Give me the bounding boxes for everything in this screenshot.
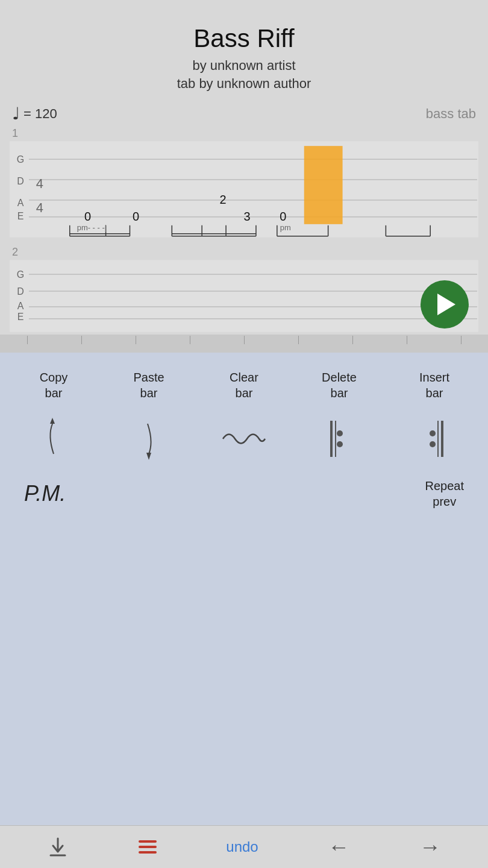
tick-4	[163, 336, 217, 344]
bottom-nav: undo ← →	[0, 825, 488, 868]
back-arrow-icon: ←	[328, 834, 349, 860]
bend-up-icon	[36, 418, 72, 460]
a-string-label-2: A	[17, 301, 24, 311]
download-button[interactable]	[47, 836, 69, 858]
copy-bar-button[interactable]: Copybar	[6, 365, 101, 406]
svg-point-6	[337, 430, 343, 436]
play-button[interactable]	[421, 280, 469, 329]
forward-arrow-icon: →	[419, 834, 441, 860]
clear-bar-button[interactable]: Clearbar	[196, 365, 292, 406]
vibrato-button[interactable]	[196, 427, 292, 451]
tick-9	[434, 336, 488, 344]
tick-7	[325, 336, 380, 344]
vibrato-icon	[220, 427, 268, 451]
note-e-3: 3	[243, 210, 250, 223]
tick-6	[271, 336, 325, 344]
time-sig-top: 4	[36, 176, 43, 191]
action-row: Copybar Pastebar Clearbar Deletebar Inse…	[0, 359, 488, 408]
bottom-panel: Copybar Pastebar Clearbar Deletebar Inse…	[0, 353, 488, 868]
repeat-prev-button[interactable]: Repeatprev	[413, 472, 477, 515]
e-string-label: E	[17, 211, 24, 221]
note-e-0-3: 0	[280, 210, 286, 223]
song-tab-author: tab by unknown author	[12, 76, 476, 92]
bar2-staff[interactable]: G D A E	[10, 260, 478, 332]
svg-point-11	[430, 441, 436, 447]
bar-repeat-start-button[interactable]	[292, 418, 387, 460]
bar1-staff[interactable]: G D A E 4 4 0 0 2 3 0	[10, 141, 478, 237]
insert-bar-button[interactable]: Insertbar	[387, 365, 482, 406]
bar2-number: 2	[10, 246, 478, 259]
tick-row	[0, 335, 488, 353]
tempo-value: = 120	[23, 106, 57, 122]
svg-point-7	[337, 441, 343, 447]
bar1-number: 1	[10, 127, 478, 140]
hamburger-line-2	[139, 846, 157, 848]
undo-button[interactable]: undo	[226, 838, 258, 855]
tempo-label: ♩ = 120	[12, 104, 57, 124]
bass-tab-label: bass tab	[426, 106, 476, 122]
delete-bar-button[interactable]: Deletebar	[292, 365, 387, 406]
bar-repeat-end-button[interactable]	[387, 418, 482, 460]
song-artist: by unknown artist	[12, 58, 476, 74]
header-section: Bass Riff by unknown artist tab by unkno…	[0, 0, 488, 98]
tick-5	[217, 336, 271, 344]
symbol-row	[0, 408, 488, 466]
tab-area: ♩ = 120 bass tab 1 G D A E 4 4	[0, 98, 488, 335]
a-string-label: A	[17, 198, 24, 208]
svg-rect-9	[437, 421, 439, 457]
hamburger-line-1	[139, 840, 157, 843]
bar1: G D A E 4 4 0 0 2 3 0	[10, 141, 478, 240]
note-e-0-1: 0	[84, 210, 91, 223]
bar-repeat-start-icon	[324, 418, 354, 460]
pm-marker-1: pm- - - -|	[77, 223, 107, 232]
paste-bar-button[interactable]: Pastebar	[101, 365, 196, 406]
g-string-label-2: G	[17, 269, 24, 280]
bend-down-icon	[131, 418, 167, 460]
tick-8	[380, 336, 434, 344]
download-icon	[47, 836, 69, 858]
e-string-label-2: E	[17, 312, 24, 322]
pm-button[interactable]: P.M.	[12, 475, 78, 512]
tick-1	[0, 336, 54, 344]
bend-up-button[interactable]	[6, 418, 101, 460]
menu-button[interactable]	[139, 840, 157, 854]
time-sig-bottom: 4	[36, 200, 43, 215]
song-title: Bass Riff	[12, 24, 476, 53]
hamburger-line-3	[139, 851, 157, 854]
tick-2	[54, 336, 108, 344]
svg-marker-2	[50, 418, 55, 424]
bar2-wrapper: G D A E	[10, 260, 478, 335]
tempo-row: ♩ = 120 bass tab	[10, 104, 478, 124]
beat-highlight[interactable]	[304, 146, 343, 224]
g-string-label: G	[17, 154, 24, 165]
tick-3	[108, 336, 163, 344]
back-button[interactable]: ←	[328, 834, 349, 860]
svg-rect-1	[10, 260, 478, 332]
d-string-label-2: D	[17, 286, 24, 297]
bend-down-button[interactable]	[101, 418, 196, 460]
d-string-label: D	[17, 176, 24, 186]
svg-rect-8	[441, 421, 443, 457]
play-triangle-icon	[437, 294, 455, 315]
note-e-0-2: 0	[133, 210, 139, 223]
forward-button[interactable]: →	[419, 834, 441, 860]
note-icon: ♩	[12, 104, 20, 124]
bar-repeat-end-icon	[419, 418, 449, 460]
pm-marker-2: pm	[280, 223, 291, 232]
svg-marker-3	[146, 453, 151, 460]
pm-row: P.M. Repeatprev	[0, 466, 488, 521]
note-a-2: 2	[220, 193, 227, 206]
svg-rect-5	[335, 421, 336, 457]
svg-rect-4	[330, 421, 333, 457]
svg-point-10	[430, 430, 436, 436]
